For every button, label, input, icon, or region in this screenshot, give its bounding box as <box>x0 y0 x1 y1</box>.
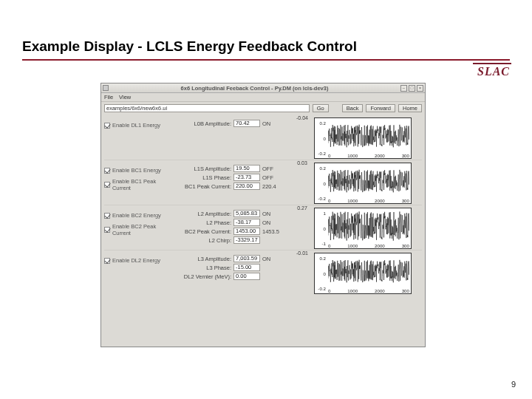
checkbox-icon[interactable] <box>104 123 110 129</box>
slac-logo: SLAC <box>473 63 511 78</box>
maximize-button[interactable]: □ <box>409 85 415 92</box>
mid-readback: -0.01 <box>293 250 311 256</box>
checkbox-row[interactable]: Enable BC1 Peak Current <box>104 178 175 191</box>
param-label: L1S Amplitude: <box>178 166 231 172</box>
param-label: L2 Chirp: <box>178 237 231 244</box>
param-status: ON <box>262 256 280 262</box>
waveform-plot[interactable]: 0.20-0.2010002000300 <box>314 163 412 204</box>
section-3: Enable DL2 EnergyL3 Amplitude:7,003.59ON… <box>104 250 422 295</box>
param-label: L3 Phase: <box>178 265 231 271</box>
param-value-input[interactable]: 220.00 <box>233 183 260 190</box>
page-number: 9 <box>511 380 516 389</box>
checks-column: Enable DL2 Energy <box>104 250 175 264</box>
param-label: BC1 Peak Current: <box>178 183 231 190</box>
param-row: BC2 Peak Current:1453.001453.5 <box>178 228 290 235</box>
xtick-label: 300 <box>402 243 409 248</box>
ytick-label: 0.2 <box>316 256 326 261</box>
ytick-label: -0.2 <box>316 151 326 156</box>
mid-readback: -0.04 <box>293 115 311 120</box>
checkbox-icon[interactable] <box>104 182 110 188</box>
close-button[interactable]: × <box>417 85 423 92</box>
forward-button[interactable]: Forward <box>366 104 395 112</box>
checkbox-label: Enable BC2 Peak Current <box>112 223 175 236</box>
param-row: L3 Amplitude:7,003.59ON <box>178 255 290 262</box>
param-value-input[interactable]: -3329.17 <box>233 236 260 244</box>
param-value-input[interactable]: 1453.00 <box>233 228 260 235</box>
xtick-label: 300 <box>402 198 409 203</box>
ytick-label: 0 <box>316 226 326 231</box>
checkbox-row[interactable]: Enable DL2 Energy <box>104 257 175 264</box>
param-row: L3 Phase:-15.00 <box>178 264 290 271</box>
checkbox-label: Enable BC1 Peak Current <box>112 178 175 191</box>
checkbox-icon[interactable] <box>104 227 110 233</box>
ytick-label: 0.2 <box>316 166 326 171</box>
checkbox-icon[interactable] <box>104 168 110 174</box>
checkbox-label: Enable DL2 Energy <box>112 257 160 264</box>
menu-file[interactable]: File <box>104 94 113 100</box>
mid-readback: 0.03 <box>293 160 311 166</box>
ytick-label: 0 <box>316 136 326 141</box>
back-button[interactable]: Back <box>342 104 364 112</box>
section-0: Enable DL1 EnergyL0B Amplitude:70.42ON-0… <box>104 115 422 160</box>
param-row: L2 Chirp:-3329.17 <box>178 236 290 244</box>
checks-column: Enable DL1 Energy <box>104 115 175 129</box>
param-status: OFF <box>262 174 280 181</box>
param-row: L1S Amplitude:19.50OFF <box>178 165 290 172</box>
param-label: L0B Amplitude: <box>178 120 231 127</box>
xtick-label: 0 <box>328 198 330 203</box>
checkbox-icon[interactable] <box>104 213 110 219</box>
xtick-label: 1000 <box>347 288 358 293</box>
waveform-plot[interactable]: 10-1010002000300 <box>314 208 412 249</box>
plot-xticks: 010002000300 <box>328 153 409 158</box>
param-value-input[interactable]: -15.00 <box>233 264 260 271</box>
mid-readback: 0.27 <box>293 205 311 211</box>
param-value-input[interactable]: 70.42 <box>233 120 260 127</box>
param-status: ON <box>262 120 280 127</box>
param-value-input[interactable]: 19.50 <box>233 165 260 172</box>
menu-view[interactable]: View <box>119 94 131 100</box>
xtick-label: 2000 <box>375 288 385 293</box>
ytick-label: 0.2 <box>316 120 326 126</box>
ytick-label: -0.2 <box>316 196 326 201</box>
checkbox-row[interactable]: Enable BC2 Peak Current <box>104 223 175 236</box>
path-input[interactable]: examples/6x6/new6x6.ui <box>104 104 310 112</box>
title-rule <box>22 59 510 61</box>
checkbox-icon[interactable] <box>104 258 110 264</box>
param-row: L2 Phase:-38.17ON <box>178 219 290 226</box>
plot-yticks: 0.20-0.2 <box>316 118 326 158</box>
checkbox-row[interactable]: Enable BC1 Energy <box>104 167 175 174</box>
plot-xticks: 010002000300 <box>328 198 409 203</box>
ytick-label: -1 <box>316 241 326 246</box>
param-value-input[interactable]: -38.17 <box>233 219 260 226</box>
xtick-label: 2000 <box>375 153 385 158</box>
plot-yticks: 10-1 <box>316 208 326 248</box>
ytick-label: 1 <box>316 211 326 216</box>
param-label: L1S Phase: <box>178 174 231 181</box>
param-value-input[interactable]: -23.73 <box>233 174 260 181</box>
app-window: 6x6 Longitudinal Feeback Control - Py.DM… <box>100 83 426 347</box>
minimize-button[interactable]: – <box>400 85 407 92</box>
ytick-label: 0 <box>316 271 326 276</box>
param-status: OFF <box>262 166 280 172</box>
param-value-input[interactable]: 7,003.59 <box>233 255 260 262</box>
param-label: DL2 Vernier (MeV): <box>178 273 231 280</box>
window-menu-icon[interactable] <box>103 85 109 91</box>
xtick-label: 2000 <box>375 243 385 248</box>
home-button[interactable]: Home <box>398 104 422 112</box>
xtick-label: 0 <box>328 288 330 293</box>
go-button[interactable]: Go <box>313 104 329 112</box>
param-row: L0B Amplitude:70.42ON <box>178 120 290 127</box>
xtick-label: 1000 <box>347 243 358 248</box>
param-row: DL2 Vernier (MeV):0.00 <box>178 273 290 280</box>
waveform-plot[interactable]: 0.20-0.2010002000300 <box>314 117 412 159</box>
titlebar[interactable]: 6x6 Longitudinal Feeback Control - Py.DM… <box>101 83 425 93</box>
param-row: L1S Phase:-23.73OFF <box>178 174 290 181</box>
plot-yticks: 0.20-0.2 <box>316 163 326 203</box>
waveform-plot[interactable]: 0.20-0.2010002000300 <box>314 253 412 294</box>
xtick-label: 1000 <box>347 198 358 203</box>
checkbox-row[interactable]: Enable DL1 Energy <box>104 122 175 129</box>
checkbox-row[interactable]: Enable BC2 Energy <box>104 212 175 219</box>
xtick-label: 1000 <box>347 153 358 158</box>
param-value-input[interactable]: 0.00 <box>233 273 260 280</box>
param-value-input[interactable]: 5,085.83 <box>233 210 260 217</box>
